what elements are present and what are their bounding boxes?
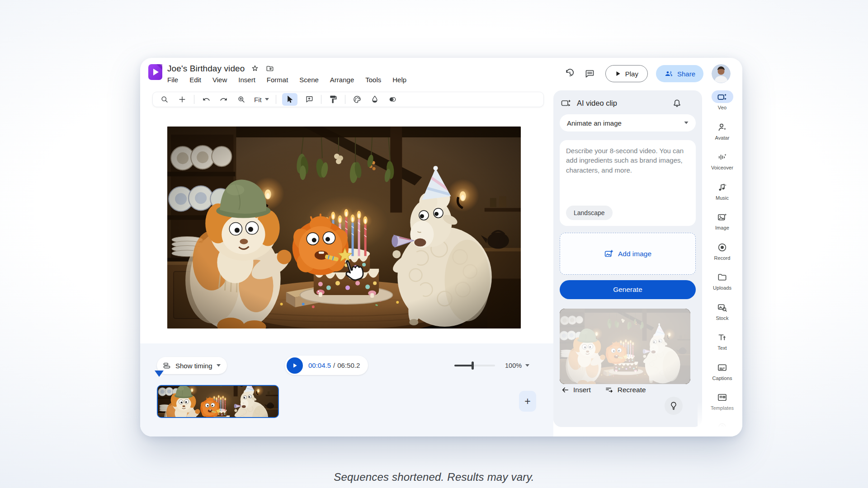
rail-item-avatar[interactable]: Avatar xyxy=(702,121,742,141)
playback-control: 00:04.5 / 06:50.2 xyxy=(285,356,368,375)
rail-label: Text xyxy=(717,345,727,351)
rail-item-help-partial[interactable] xyxy=(702,421,742,433)
zoom-slider-handle[interactable] xyxy=(472,361,474,370)
preview-fade-overlay xyxy=(560,309,690,384)
add-icon[interactable] xyxy=(176,94,188,105)
rail-label: Uploads xyxy=(713,285,731,291)
move-folder-icon[interactable] xyxy=(265,64,274,73)
fit-dropdown[interactable]: Fit xyxy=(253,96,270,103)
aspect-ratio-chip[interactable]: Landscape xyxy=(566,206,613,220)
menu-edit[interactable]: Edit xyxy=(189,76,201,84)
toolbar-separator xyxy=(345,95,345,104)
rail-item-templates[interactable]: Templates xyxy=(702,391,742,411)
voiceover-icon xyxy=(712,150,733,163)
menu-help[interactable]: Help xyxy=(392,76,406,84)
zoom-slider[interactable] xyxy=(454,361,495,370)
document-header: Joe's Birthday video File Edit View Inse… xyxy=(167,63,406,84)
rail-item-captions[interactable]: Captions xyxy=(702,361,742,381)
mode-dropdown[interactable]: Animate an image xyxy=(560,114,696,131)
generated-preview[interactable] xyxy=(560,309,690,384)
blur-transparency-icon[interactable] xyxy=(387,94,398,105)
add-image-label: Add image xyxy=(618,250,651,258)
chevron-down-icon xyxy=(217,364,221,367)
comments-icon[interactable] xyxy=(584,68,595,80)
palette-icon[interactable] xyxy=(351,94,363,105)
rail-item-stock[interactable]: Stock xyxy=(702,301,742,321)
recreate-icon xyxy=(604,385,614,394)
rail-label: Record xyxy=(714,255,730,261)
chevron-down-icon xyxy=(525,364,529,367)
add-scene-button[interactable]: + xyxy=(519,391,536,412)
timeline-zoom-control: 100% xyxy=(454,361,529,370)
music-icon xyxy=(712,181,733,193)
app-window: Joe's Birthday video File Edit View Inse… xyxy=(140,58,742,436)
arrow-left-icon xyxy=(561,385,570,394)
rail-item-image[interactable]: Image xyxy=(702,211,742,230)
star-icon[interactable] xyxy=(250,64,259,73)
tips-button[interactable] xyxy=(665,397,683,415)
select-tool-icon[interactable] xyxy=(282,93,297,106)
recreate-label: Recreate xyxy=(618,386,646,394)
menu-arrange[interactable]: Arrange xyxy=(330,76,354,84)
record-icon xyxy=(712,241,733,253)
captions-icon xyxy=(712,361,733,374)
add-comment-icon[interactable] xyxy=(303,94,315,105)
paint-format-icon[interactable] xyxy=(327,94,339,105)
rail-item-voiceover[interactable]: Voiceover xyxy=(702,150,742,170)
toolbar-separator xyxy=(321,95,321,104)
rail-item-uploads[interactable]: Uploads xyxy=(702,271,742,291)
redo-icon[interactable] xyxy=(218,94,230,105)
rail-label: Voiceover xyxy=(711,165,733,170)
edit-toolbar: Fit xyxy=(152,92,544,107)
generate-button[interactable]: Generate xyxy=(560,280,696,299)
undo-icon[interactable] xyxy=(200,94,212,105)
current-time: 00:04.5 xyxy=(308,361,331,369)
image-icon xyxy=(712,211,733,223)
document-title[interactable]: Joe's Birthday video xyxy=(167,64,245,74)
version-history-icon[interactable] xyxy=(564,68,576,80)
rail-label: Veo xyxy=(718,105,726,110)
clip-thumbnail xyxy=(158,386,278,417)
veo-icon xyxy=(712,90,733,103)
recreate-button[interactable]: Recreate xyxy=(604,385,646,394)
rail-item-music[interactable]: Music xyxy=(702,181,742,201)
vids-app-logo-icon[interactable] xyxy=(148,64,163,80)
total-time: 06:50.2 xyxy=(337,361,360,369)
templates-icon xyxy=(712,391,733,404)
rail-item-record[interactable]: Record xyxy=(702,241,742,261)
timeline-playhead[interactable] xyxy=(155,371,164,377)
bell-icon[interactable] xyxy=(672,98,682,108)
menu-format[interactable]: Format xyxy=(267,76,288,84)
chevron-down-icon xyxy=(265,98,269,101)
menu-view[interactable]: View xyxy=(212,76,227,84)
menu-insert[interactable]: Insert xyxy=(238,76,255,84)
zoom-level-value: 100% xyxy=(505,362,522,369)
zoom-icon[interactable] xyxy=(236,94,247,105)
ink-droplet-icon[interactable] xyxy=(369,94,381,105)
fit-label: Fit xyxy=(254,96,262,103)
rail-item-veo[interactable]: Veo xyxy=(702,90,742,110)
add-image-button[interactable]: Add image xyxy=(560,233,696,275)
prompt-input[interactable] xyxy=(566,146,689,199)
play-triangle-icon xyxy=(292,362,298,369)
menu-tools[interactable]: Tools xyxy=(365,76,381,84)
menu-file[interactable]: File xyxy=(167,76,178,84)
insert-button[interactable]: Insert xyxy=(561,385,591,394)
play-button[interactable]: Play xyxy=(605,65,648,82)
menu-scene[interactable]: Scene xyxy=(299,76,319,84)
timeline-play-button[interactable] xyxy=(287,357,303,374)
rail-label: Music xyxy=(716,195,729,201)
menu-bar: File Edit View Insert Format Scene Arran… xyxy=(167,76,406,84)
video-canvas[interactable] xyxy=(167,127,521,328)
show-timing-dropdown[interactable]: Show timing xyxy=(157,357,227,374)
add-image-icon xyxy=(604,249,613,258)
prompt-card: Landscape xyxy=(560,140,696,226)
share-button[interactable]: Share xyxy=(656,65,703,82)
search-icon[interactable] xyxy=(159,94,170,105)
timeline-clip[interactable] xyxy=(157,385,279,418)
zoom-level-dropdown[interactable]: 100% xyxy=(505,362,529,369)
rail-label: Stock xyxy=(716,315,728,321)
rail-item-text[interactable]: Text xyxy=(702,331,742,351)
rail-label: Avatar xyxy=(715,135,729,141)
disclaimer-caption: Sequences shortened. Results may vary. xyxy=(0,471,868,483)
